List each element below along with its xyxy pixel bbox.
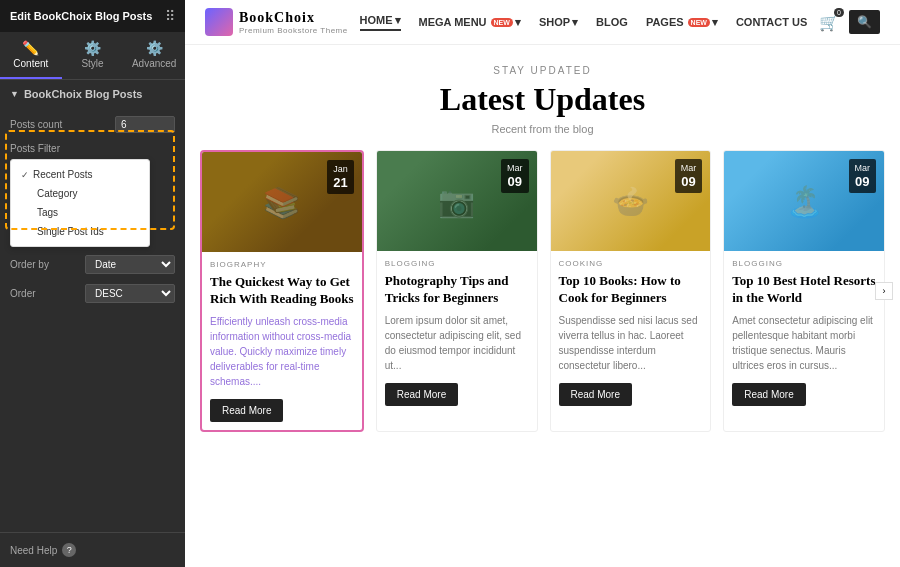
- card-3-read-more[interactable]: Read More: [559, 383, 632, 406]
- tab-style[interactable]: ⚙️ Style: [62, 32, 124, 79]
- card-2-category: BLOGGING: [385, 259, 529, 268]
- posts-filter-label: Posts Filter: [10, 143, 60, 154]
- card-3-date: Mar 09: [675, 159, 703, 193]
- stay-updated-label: STAY UPDATED: [200, 65, 885, 76]
- main-content: BookChoix Premium Bookstore Theme HOME ▾…: [185, 0, 900, 567]
- card-4-image: 🏝️ Mar 09: [724, 151, 884, 251]
- tab-content[interactable]: ✏️ Content: [0, 32, 62, 79]
- posts-count-row: Posts count: [10, 116, 175, 133]
- nav-links: HOME ▾ MEGA MENU NEW ▾ SHOP ▾ BLOG PAGES…: [360, 14, 808, 31]
- posts-count-label: Posts count: [10, 119, 62, 130]
- nav-mega-menu[interactable]: MEGA MENU NEW ▾: [419, 16, 521, 29]
- tab-advanced[interactable]: ⚙️ Advanced: [123, 32, 185, 79]
- mega-menu-badge: NEW: [491, 18, 513, 27]
- order-row: Order DESC ASC: [10, 284, 175, 303]
- order-by-select[interactable]: Date Title: [85, 255, 175, 274]
- nav-blog[interactable]: BLOG: [596, 16, 628, 28]
- card-2-excerpt: Lorem ipsum dolor sit amet, consectetur …: [385, 313, 529, 373]
- card-2-read-more[interactable]: Read More: [385, 383, 458, 406]
- card-4-excerpt: Amet consectetur adipiscing elit pellent…: [732, 313, 876, 373]
- grid-icon[interactable]: ⠿: [165, 8, 175, 24]
- nav-home[interactable]: HOME ▾: [360, 14, 401, 31]
- card-1: 📚 Jan 21 BIOGRAPHY The Quickest Way to G…: [200, 150, 364, 432]
- nav-pages[interactable]: PAGES NEW ▾: [646, 16, 718, 29]
- card-1-category: BIOGRAPHY: [210, 260, 354, 269]
- panel-header: Edit BookChoix Blog Posts ⠿: [0, 0, 185, 32]
- cart-badge: 0: [834, 8, 844, 17]
- card-1-title: The Quickest Way to Get Rich With Readin…: [210, 274, 354, 308]
- navbar: BookChoix Premium Bookstore Theme HOME ▾…: [185, 0, 900, 45]
- posts-count-input[interactable]: [115, 116, 175, 133]
- check-icon: ✓: [21, 170, 29, 180]
- card-1-image: 📚 Jan 21: [202, 152, 362, 252]
- panel-body: Posts count Posts Filter ✓ Recent Posts …: [0, 108, 185, 532]
- card-1-read-more[interactable]: Read More: [210, 399, 283, 422]
- card-4-title: Top 10 Best Hotel Resorts in the World: [732, 273, 876, 307]
- section-header[interactable]: ▼ BookChoix Blog Posts: [0, 80, 185, 108]
- chevron-down-icon-3: ▾: [572, 16, 578, 29]
- help-icon: ?: [62, 543, 76, 557]
- card-2-date: Mar 09: [501, 159, 529, 193]
- order-by-row: Order by Date Title: [10, 255, 175, 274]
- card-4-date: Mar 09: [849, 159, 877, 193]
- card-4-body: BLOGGING Top 10 Best Hotel Resorts in th…: [724, 251, 884, 414]
- posts-filter-row: Posts Filter: [10, 143, 175, 154]
- logo-icon: [205, 8, 233, 36]
- collapse-arrow-icon: ▼: [10, 89, 19, 99]
- dropdown-item-category[interactable]: Category: [11, 184, 149, 203]
- logo-text: BookChoix: [239, 10, 348, 26]
- card-3-image: 🍲 Mar 09: [551, 151, 711, 251]
- order-label: Order: [10, 288, 36, 299]
- pages-badge: NEW: [688, 18, 710, 27]
- nav-contact[interactable]: CONTACT US: [736, 16, 807, 28]
- blog-subtitle: Recent from the blog: [200, 123, 885, 135]
- blog-section: STAY UPDATED Latest Updates Recent from …: [185, 45, 900, 452]
- order-by-label: Order by: [10, 259, 49, 270]
- card-3-title: Top 10 Books: How to Cook for Beginners: [559, 273, 703, 307]
- card-4: 🏝️ Mar 09 BLOGGING Top 10 Best Hotel Res…: [723, 150, 885, 432]
- panel-tabs: ✏️ Content ⚙️ Style ⚙️ Advanced: [0, 32, 185, 80]
- style-tab-icon: ⚙️: [84, 40, 101, 56]
- logo-sub: Premium Bookstore Theme: [239, 26, 348, 35]
- card-3-body: COOKING Top 10 Books: How to Cook for Be…: [551, 251, 711, 414]
- card-3: 🍲 Mar 09 COOKING Top 10 Books: How to Co…: [550, 150, 712, 432]
- card-1-excerpt: Efficiently unleash cross-media informat…: [210, 314, 354, 389]
- search-button[interactable]: 🔍: [849, 10, 880, 34]
- dropdown-item-tags[interactable]: Tags: [11, 203, 149, 222]
- card-4-category: BLOGGING: [732, 259, 876, 268]
- dropdown-item-single[interactable]: Single Post Ids: [11, 222, 149, 241]
- nav-icons: 🛒 0 🔍: [819, 10, 880, 34]
- card-1-date: Jan 21: [327, 160, 354, 194]
- cart-icon[interactable]: 🛒 0: [819, 13, 839, 32]
- chevron-down-icon-2: ▾: [515, 16, 521, 29]
- card-1-body: BIOGRAPHY The Quickest Way to Get Rich W…: [202, 252, 362, 430]
- advanced-tab-icon: ⚙️: [146, 40, 163, 56]
- nav-shop[interactable]: SHOP ▾: [539, 16, 578, 29]
- next-arrow[interactable]: ›: [875, 282, 893, 300]
- left-panel: Edit BookChoix Blog Posts ⠿ ✏️ Content ⚙…: [0, 0, 185, 567]
- cards-row: 📚 Jan 21 BIOGRAPHY The Quickest Way to G…: [200, 150, 885, 432]
- card-2: 📷 Mar 09 BLOGGING Photography Tips and T…: [376, 150, 538, 432]
- order-select[interactable]: DESC ASC: [85, 284, 175, 303]
- chevron-down-icon-4: ▾: [712, 16, 718, 29]
- card-3-excerpt: Suspendisse sed nisi lacus sed viverra t…: [559, 313, 703, 373]
- dropdown-item-recent[interactable]: ✓ Recent Posts: [11, 165, 149, 184]
- posts-filter-dropdown[interactable]: ✓ Recent Posts Category Tags Single Post…: [10, 159, 150, 247]
- card-4-read-more[interactable]: Read More: [732, 383, 805, 406]
- card-3-category: COOKING: [559, 259, 703, 268]
- content-tab-icon: ✏️: [22, 40, 39, 56]
- panel-title: Edit BookChoix Blog Posts: [10, 10, 152, 22]
- chevron-down-icon: ▾: [395, 14, 401, 27]
- need-help[interactable]: Need Help ?: [0, 532, 185, 567]
- card-2-image: 📷 Mar 09: [377, 151, 537, 251]
- card-2-body: BLOGGING Photography Tips and Tricks for…: [377, 251, 537, 414]
- logo-area: BookChoix Premium Bookstore Theme: [205, 8, 348, 36]
- blog-title: Latest Updates: [200, 81, 885, 118]
- card-2-title: Photography Tips and Tricks for Beginner…: [385, 273, 529, 307]
